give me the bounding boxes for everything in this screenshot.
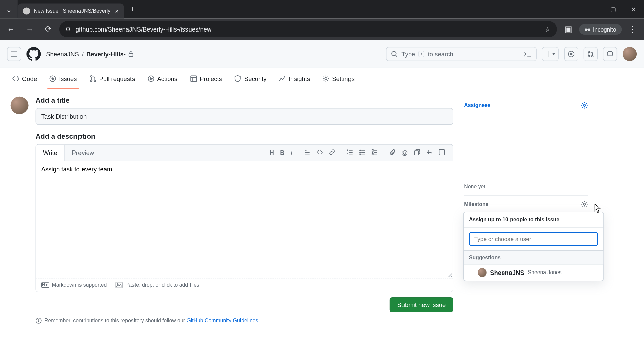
forward-button[interactable]: → bbox=[22, 22, 37, 37]
svg-rect-0 bbox=[129, 53, 133, 56]
user-avatar[interactable] bbox=[623, 47, 637, 61]
notifications-button[interactable] bbox=[603, 47, 617, 61]
heading-icon[interactable]: H bbox=[269, 149, 274, 156]
ordered-list-icon[interactable] bbox=[346, 149, 353, 156]
assignee-search-input[interactable] bbox=[469, 232, 598, 246]
task-list-icon[interactable] bbox=[371, 149, 377, 156]
lock-icon bbox=[128, 51, 134, 57]
attach-files-hint[interactable]: Paste, drop, or click to add files bbox=[116, 282, 199, 288]
issues-tray-button[interactable] bbox=[564, 47, 578, 61]
maximize-window-icon[interactable]: ▢ bbox=[603, 0, 624, 18]
saved-reply-icon[interactable] bbox=[426, 149, 432, 156]
svg-point-15 bbox=[360, 150, 361, 151]
gear-icon[interactable] bbox=[581, 102, 588, 109]
markdown-supported-hint[interactable]: Markdown is supported bbox=[41, 282, 107, 288]
image-icon bbox=[116, 282, 123, 288]
info-icon bbox=[36, 318, 42, 324]
command-palette-icon[interactable] bbox=[524, 50, 532, 57]
browser-titlebar: ⌄ New Issue · SheenaJNS/Beverly × + — ▢ … bbox=[0, 0, 644, 18]
svg-rect-21 bbox=[439, 149, 444, 155]
browser-toolbar: ← → ⟳ ⚙ github.com/SheenaJNS/Beverly-Hil… bbox=[0, 18, 644, 40]
italic-icon[interactable]: I bbox=[291, 149, 292, 156]
assignees-header[interactable]: Assignees bbox=[464, 102, 588, 109]
popup-header: Assign up to 10 people to this issue bbox=[464, 212, 603, 227]
close-window-icon[interactable]: ✕ bbox=[624, 0, 644, 18]
nav-insights[interactable]: Insights bbox=[274, 68, 315, 89]
issue-body-textarea[interactable] bbox=[36, 161, 453, 276]
insights-icon bbox=[279, 75, 286, 82]
github-logo-icon[interactable] bbox=[26, 47, 41, 61]
browser-menu-icon[interactable]: ⋮ bbox=[625, 22, 640, 37]
nav-settings[interactable]: Settings bbox=[317, 68, 360, 89]
assignee-suggestion[interactable]: SheenaJNS Sheena Jones bbox=[464, 264, 603, 281]
incognito-badge[interactable]: 🕶 Incognito bbox=[579, 24, 622, 34]
svg-point-4 bbox=[588, 51, 590, 52]
svg-point-5 bbox=[588, 55, 590, 57]
milestone-header[interactable]: Milestone bbox=[464, 201, 588, 208]
submit-issue-button[interactable]: Submit new issue bbox=[390, 297, 453, 312]
projects-icon bbox=[190, 75, 197, 82]
nav-pull-requests[interactable]: Pull requests bbox=[84, 68, 141, 89]
community-guidelines-link[interactable]: GitHub Community Guidelines bbox=[186, 318, 258, 324]
search-input[interactable]: Type / to search bbox=[386, 47, 537, 61]
hamburger-menu-button[interactable] bbox=[7, 47, 21, 61]
close-tab-icon[interactable]: × bbox=[115, 7, 119, 14]
formatting-toolbar: H B I bbox=[262, 149, 453, 156]
code-icon bbox=[12, 75, 19, 82]
issues-icon bbox=[49, 75, 56, 82]
minimize-window-icon[interactable]: — bbox=[583, 0, 603, 18]
unordered-list-icon[interactable] bbox=[359, 149, 365, 156]
nav-security[interactable]: Security bbox=[229, 68, 272, 89]
gear-icon[interactable] bbox=[581, 201, 588, 208]
cross-reference-icon[interactable] bbox=[414, 149, 420, 156]
repo-link[interactable]: Beverly-Hills- bbox=[86, 50, 126, 57]
write-tab[interactable]: Write bbox=[36, 145, 65, 161]
side-panel-icon[interactable]: ▣ bbox=[560, 22, 576, 37]
create-new-button[interactable] bbox=[542, 47, 559, 61]
search-placeholder: Type bbox=[401, 50, 415, 57]
code-icon[interactable] bbox=[317, 149, 323, 156]
nav-issues[interactable]: Issues bbox=[44, 68, 82, 89]
svg-point-11 bbox=[94, 80, 96, 82]
quote-icon[interactable] bbox=[304, 149, 310, 156]
tab-search-dropdown-icon[interactable]: ⌄ bbox=[0, 0, 18, 18]
back-button[interactable]: ← bbox=[4, 22, 19, 37]
nav-projects[interactable]: Projects bbox=[184, 68, 227, 89]
svg-point-16 bbox=[360, 152, 361, 153]
mention-icon[interactable]: @ bbox=[401, 149, 408, 156]
title-label: Add a title bbox=[36, 97, 453, 105]
nav-code[interactable]: Code bbox=[7, 68, 42, 89]
attach-icon[interactable] bbox=[389, 149, 395, 156]
svg-point-3 bbox=[570, 53, 572, 55]
bold-icon[interactable]: B bbox=[280, 149, 284, 156]
address-bar[interactable]: ⚙ github.com/SheenaJNS/Beverly-Hills-/is… bbox=[59, 21, 557, 37]
pr-icon bbox=[90, 75, 97, 82]
svg-point-26 bbox=[583, 104, 586, 107]
site-settings-icon[interactable]: ⚙ bbox=[65, 26, 71, 33]
preview-tab[interactable]: Preview bbox=[65, 145, 101, 161]
suggestion-avatar bbox=[478, 268, 486, 277]
bookmark-icon[interactable]: ☆ bbox=[545, 26, 551, 33]
svg-point-1 bbox=[392, 51, 396, 55]
reload-button[interactable]: ⟳ bbox=[41, 22, 56, 37]
browser-tab[interactable]: New Issue · SheenaJNS/Beverly × bbox=[18, 4, 124, 19]
incognito-icon: 🕶 bbox=[585, 26, 590, 33]
svg-rect-19 bbox=[372, 153, 373, 155]
resize-handle-icon[interactable] bbox=[448, 273, 452, 277]
slash-icon[interactable] bbox=[439, 149, 445, 156]
nav-actions[interactable]: Actions bbox=[142, 68, 183, 89]
search-icon bbox=[391, 50, 398, 57]
svg-point-27 bbox=[583, 203, 586, 206]
description-editor: Write Preview H B I bbox=[36, 144, 453, 292]
new-tab-button[interactable]: + bbox=[127, 3, 139, 15]
owner-link[interactable]: SheenaJNS bbox=[46, 50, 79, 57]
projects-none: None yet bbox=[464, 184, 588, 196]
link-icon[interactable] bbox=[329, 149, 335, 156]
pull-requests-tray-button[interactable] bbox=[584, 47, 598, 61]
security-icon bbox=[234, 75, 241, 82]
search-kbd-hint: / bbox=[419, 51, 424, 57]
issue-title-input[interactable] bbox=[36, 108, 453, 125]
suggestion-fullname: Sheena Jones bbox=[528, 269, 562, 276]
repo-nav: Code Issues Pull requests Actions Projec… bbox=[0, 68, 644, 89]
assignees-popup: Assign up to 10 people to this issue Sug… bbox=[463, 212, 604, 281]
